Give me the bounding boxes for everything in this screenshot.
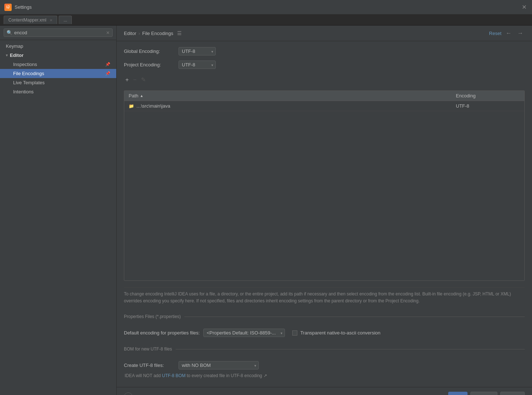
breadcrumb-current: File Encodings xyxy=(142,31,173,36)
default-encoding-label: Default encoding for properties files: xyxy=(124,330,200,336)
apply-button[interactable]: Apply xyxy=(500,392,525,395)
create-utf8-row: Create UTF-8 files: with NO BOM with BOM xyxy=(124,361,525,369)
app-icon: IJ xyxy=(4,4,12,11)
sidebar-live-templates-label: Live Templates xyxy=(13,80,44,85)
table-cell-encoding: UTF-8 xyxy=(451,101,524,111)
sidebar-intentions-label: Intentions xyxy=(13,89,34,94)
properties-section: Default encoding for properties files: <… xyxy=(124,326,525,340)
properties-section-header: Properties Files (*.properties) xyxy=(124,314,525,319)
search-icon: 🔍 xyxy=(7,30,12,35)
bom-section: Create UTF-8 files: with NO BOM with BOM… xyxy=(124,358,525,381)
create-utf8-label: Create UTF-8 files: xyxy=(124,363,175,368)
search-box: 🔍 encod ✕ xyxy=(0,26,116,40)
dialog-content: 🔍 encod ✕ Keymap ▾ Editor Inspections xyxy=(0,26,532,395)
settings-dialog: 🔍 encod ✕ Keymap ▾ Editor Inspections xyxy=(0,26,532,395)
panel-content: Global Encoding: UTF-8 UTF-16 ISO-8859-1… xyxy=(117,41,532,387)
bom-section-header: BOM for new UTF-8 files xyxy=(124,346,525,352)
sidebar-editor-label: Editor xyxy=(10,53,24,58)
default-encoding-select[interactable]: <Properties Default: ISO-8859-... UTF-8 xyxy=(203,329,285,337)
forward-button[interactable]: → xyxy=(516,29,525,37)
close-button[interactable]: ✕ xyxy=(522,4,528,10)
sidebar-item-label: Keymap xyxy=(6,43,23,49)
tab-contentmapper[interactable]: ContentMapper.xml ✕ xyxy=(4,16,57,24)
create-utf8-select-wrapper: with NO BOM with BOM xyxy=(179,361,259,369)
edit-button[interactable]: ✎ xyxy=(140,75,147,84)
cancel-button[interactable]: Cancel xyxy=(470,392,497,395)
sidebar: 🔍 encod ✕ Keymap ▾ Editor Inspections xyxy=(0,26,117,395)
column-header-path[interactable]: Path ▲ xyxy=(124,91,451,101)
sidebar-file-encodings-label: File Encodings xyxy=(13,71,44,76)
breadcrumb-separator: › xyxy=(138,31,140,36)
breadcrumb-pin-icon[interactable]: ☰ xyxy=(177,30,182,36)
transparent-checkbox[interactable] xyxy=(292,330,297,336)
sidebar-item-editor[interactable]: ▾ Editor xyxy=(0,51,116,60)
back-button[interactable]: ← xyxy=(504,29,513,37)
global-encoding-select-wrapper: UTF-8 UTF-16 ISO-8859-1 xyxy=(179,47,216,55)
project-encoding-row: Project Encoding: UTF-8 UTF-16 ISO-8859-… xyxy=(124,61,525,69)
table-header: Path ▲ Encoding xyxy=(124,91,524,101)
sidebar-item-live-templates[interactable]: Live Templates xyxy=(0,78,116,87)
transparent-checkbox-row: Transparent native-to-ascii conversion xyxy=(292,330,380,336)
sort-asc-icon: ▲ xyxy=(140,94,144,98)
encodings-table: Path ▲ Encoding 📁 …\src\main\java xyxy=(124,90,525,281)
panel-header: Editor › File Encodings ☰ Reset ← → xyxy=(117,26,532,41)
column-header-encoding[interactable]: Encoding xyxy=(451,91,524,101)
global-encoding-label: Global Encoding: xyxy=(124,49,175,54)
project-encoding-select[interactable]: UTF-8 UTF-16 ISO-8859-1 xyxy=(179,61,216,69)
tab-other[interactable]: ... xyxy=(59,16,72,24)
sidebar-item-keymap[interactable]: Keymap xyxy=(0,42,116,51)
pin-icon-selected: 📌 xyxy=(105,71,110,76)
sidebar-tree: Keymap ▾ Editor Inspections 📌 File Encod… xyxy=(0,40,116,395)
sidebar-inspections-label: Inspections xyxy=(13,62,37,67)
table-cell-path: 📁 …\src\main\java xyxy=(124,101,451,111)
bom-link[interactable]: UTF-8 BOM xyxy=(162,373,185,378)
title-bar-left: IJ Settings xyxy=(4,4,32,11)
bom-info: IDEA will NOT add UTF-8 BOM to every cre… xyxy=(124,373,525,378)
top-tab-bar: ContentMapper.xml ✕ ... xyxy=(0,15,532,26)
title-bar: IJ Settings ✕ xyxy=(0,0,532,15)
info-text: To change encoding IntelliJ IDEA uses fo… xyxy=(124,287,525,307)
sidebar-item-file-encodings[interactable]: File Encodings 📌 xyxy=(0,69,116,78)
dialog-footer: ? OK Cancel Apply xyxy=(117,387,532,395)
remove-button[interactable]: − xyxy=(132,76,138,84)
header-actions: Reset ← → xyxy=(489,29,525,37)
breadcrumb-parent: Editor xyxy=(124,31,136,36)
window-title: Settings xyxy=(15,4,32,10)
default-encoding-row: Default encoding for properties files: <… xyxy=(124,329,525,337)
table-row[interactable]: 📁 …\src\main\java UTF-8 xyxy=(124,101,524,111)
search-input[interactable]: encod xyxy=(14,30,104,35)
ok-button[interactable]: OK xyxy=(448,392,468,395)
tab-close-icon[interactable]: ✕ xyxy=(50,18,52,22)
search-wrapper[interactable]: 🔍 encod ✕ xyxy=(4,28,113,37)
create-utf8-select[interactable]: with NO BOM with BOM xyxy=(179,361,259,369)
transparent-label: Transparent native-to-ascii conversion xyxy=(300,330,380,336)
default-encoding-select-wrapper: <Properties Default: ISO-8859-... UTF-8 xyxy=(203,329,285,337)
global-encoding-row: Global Encoding: UTF-8 UTF-16 ISO-8859-1 xyxy=(124,47,525,55)
table-toolbar: + − ✎ xyxy=(124,74,525,85)
global-encoding-select[interactable]: UTF-8 UTF-16 ISO-8859-1 xyxy=(179,47,216,55)
add-button[interactable]: + xyxy=(124,76,130,84)
help-button[interactable]: ? xyxy=(124,392,133,395)
breadcrumb: Editor › File Encodings ☰ xyxy=(124,30,487,36)
project-encoding-label: Project Encoding: xyxy=(124,62,175,67)
main-panel: Editor › File Encodings ☰ Reset ← → Glob… xyxy=(117,26,532,395)
search-clear-icon[interactable]: ✕ xyxy=(106,30,110,35)
project-encoding-select-wrapper: UTF-8 UTF-16 ISO-8859-1 xyxy=(179,61,216,69)
arrow-down-icon: ▾ xyxy=(6,53,8,57)
sidebar-item-inspections[interactable]: Inspections 📌 xyxy=(0,60,116,69)
pin-icon: 📌 xyxy=(105,62,110,67)
sidebar-item-intentions[interactable]: Intentions xyxy=(0,87,116,96)
reset-button[interactable]: Reset xyxy=(489,31,501,36)
folder-icon: 📁 xyxy=(129,104,134,109)
